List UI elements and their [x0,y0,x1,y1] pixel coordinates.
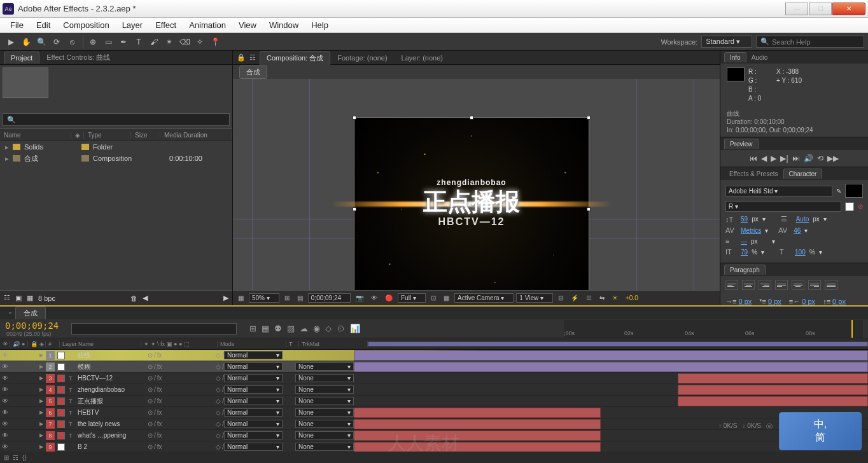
layer-label[interactable]: 7 [46,420,55,429]
camera-tool-icon[interactable]: ⎋ [65,35,79,49]
indent-first[interactable]: *≡ 0 px [759,298,781,305]
tracking-input[interactable]: 46 [794,227,801,234]
visibility-col-icon[interactable]: 👁 [0,341,10,347]
space-before[interactable]: ↑≡ 0 px [823,298,846,305]
layer-label[interactable]: 9 [46,443,55,452]
hand-tool-icon[interactable]: ✋ [19,35,33,49]
time-ruler[interactable]: ;00s02s04s06s08s [564,320,863,338]
ram-preview-icon[interactable]: ▶▶ [827,154,839,163]
project-item[interactable]: ▸SolidsFolder [0,141,232,153]
current-time-indicator[interactable] [851,320,853,338]
flowchart-btn-icon[interactable]: ⇆ [597,294,607,301]
layer-switches[interactable]: ⊙/fx◇/ [148,420,224,427]
font-family-select[interactable]: Adobe Heiti Std ▾ [725,186,832,197]
justify-all-icon[interactable] [825,280,837,290]
trkmat-select[interactable]: None▾ [295,408,354,417]
visibility-toggle[interactable]: 👁 [0,375,10,382]
menu-animation[interactable]: Animation [183,20,232,30]
graph-editor-icon[interactable]: ⏲ [337,324,345,333]
visibility-toggle[interactable]: 👁 [0,409,10,416]
visibility-toggle[interactable]: 👁 [0,397,10,404]
tab-layer-viewer[interactable]: Layer: (none) [395,52,450,64]
layer-name-col[interactable]: Layer Name [60,341,141,347]
font-size-input[interactable]: 59 [741,216,748,223]
layer-label[interactable]: 6 [46,408,55,417]
graph-toggle-icon[interactable]: 📊 [350,324,360,333]
layer-bar[interactable] [678,373,868,384]
layer-color-chip[interactable] [57,363,65,371]
project-item[interactable]: ▸合成Composition0:00:10:00 [0,153,232,164]
exposure-value[interactable]: +0.0 [623,294,641,301]
prev-frame-icon[interactable]: ◀ [761,154,767,163]
layer-bar[interactable] [354,350,868,361]
interpret-icon[interactable]: ☷ [4,294,10,302]
layer-color-chip[interactable] [57,352,65,359]
blend-mode-select[interactable]: Normal▾ [224,351,283,359]
align-center-icon[interactable] [742,280,755,290]
rect-tool-icon[interactable]: ▭ [101,35,115,49]
auto-keyframe-icon[interactable]: ◇ [325,324,332,333]
expand-arrow-icon[interactable]: ▶ [37,364,46,370]
layer-label[interactable]: 2 [46,363,55,371]
layer-color-chip[interactable] [57,432,65,439]
scroll-left-icon[interactable]: ◀ [143,294,148,302]
layer-color-chip[interactable] [57,397,65,405]
switches-col[interactable]: ✦ ✦ \ fx ▣ ● ● ⬚ [141,341,218,347]
layer-name[interactable]: what's …ppening [78,432,148,439]
layer-row[interactable]: 👁 ▶ 3 T HBCTV—12 ⊙/fx◇/ Normal▾ None▾ [0,373,868,384]
menu-edit[interactable]: Edit [30,20,57,30]
scroll-right-icon[interactable]: ▶ [223,294,228,302]
show-snapshot-icon[interactable]: 👁 [368,294,380,301]
layer-label[interactable]: 8 [46,431,55,440]
layer-label[interactable]: 3 [46,374,55,383]
fill-swatch[interactable] [845,184,863,198]
layer-switches[interactable]: ⊙/fx◇/ [148,409,224,416]
expand-arrow-icon[interactable]: ▶ [37,387,46,392]
expand-arrow-icon[interactable]: ▶ [37,432,46,438]
expand-arrow-icon[interactable]: ▶ [37,444,46,450]
tab-paragraph[interactable]: Paragraph [724,265,766,275]
audio-col-icon[interactable]: 🔊 [10,341,19,347]
layer-label[interactable]: 5 [46,397,55,406]
vscale-input[interactable]: 79 [741,249,748,256]
menu-view[interactable]: View [232,20,263,30]
camera-select[interactable]: Active Camera ▾ [454,293,514,303]
tab-character[interactable]: Character [783,169,823,179]
col-name[interactable]: Name [0,132,71,139]
zoom-tool-icon[interactable]: 🔍 [34,35,48,49]
layer-label[interactable]: 4 [46,385,55,394]
menu-composition[interactable]: Composition [57,20,115,30]
breadcrumb[interactable]: 合成 [239,66,267,79]
justify-center-icon[interactable] [792,280,804,290]
tab-project[interactable]: Project [4,52,39,64]
tab-audio[interactable]: Audio [746,53,773,62]
align-left-icon[interactable] [725,280,738,290]
roi-icon[interactable]: ⊡ [428,294,438,301]
lock-col-icon[interactable]: 🔒 [28,341,37,347]
trkmat-select[interactable]: None▾ [295,363,354,371]
layer-switches[interactable]: ⊙/fx◇/ [148,432,224,439]
work-area-bar[interactable] [368,342,868,347]
folder-icon[interactable]: ▣ [15,294,22,302]
trkmat-select[interactable]: None▾ [295,431,354,439]
layer-switches[interactable]: ⊙/fx◇/ [148,386,224,393]
brainstorm-icon[interactable]: ◉ [313,324,320,333]
tab-preview[interactable]: Preview [724,139,759,149]
layer-name[interactable]: 曲线 [78,351,148,360]
layer-label[interactable]: 1 [46,351,55,360]
label-col-icon[interactable]: ◈ [37,341,46,347]
trkmat-select[interactable]: None▾ [295,443,354,451]
expand-arrow-icon[interactable]: ▶ [37,375,46,381]
transparency-icon[interactable]: ▦ [441,294,452,301]
mode-col[interactable]: Mode [218,341,286,347]
layer-bar[interactable] [354,419,601,429]
maximize-button[interactable]: ☐ [809,3,832,15]
stamp-tool-icon[interactable]: ✴ [162,35,176,49]
trkmat-select[interactable]: None▾ [295,397,354,405]
rotate-tool-icon[interactable]: ⟳ [50,35,64,49]
blend-mode-select[interactable]: Normal▾ [224,431,283,439]
menu-effect[interactable]: Effect [149,20,183,30]
layer-color-chip[interactable] [57,375,65,382]
visibility-toggle[interactable]: 👁 [0,420,10,427]
blend-mode-select[interactable]: Normal▾ [224,443,283,451]
